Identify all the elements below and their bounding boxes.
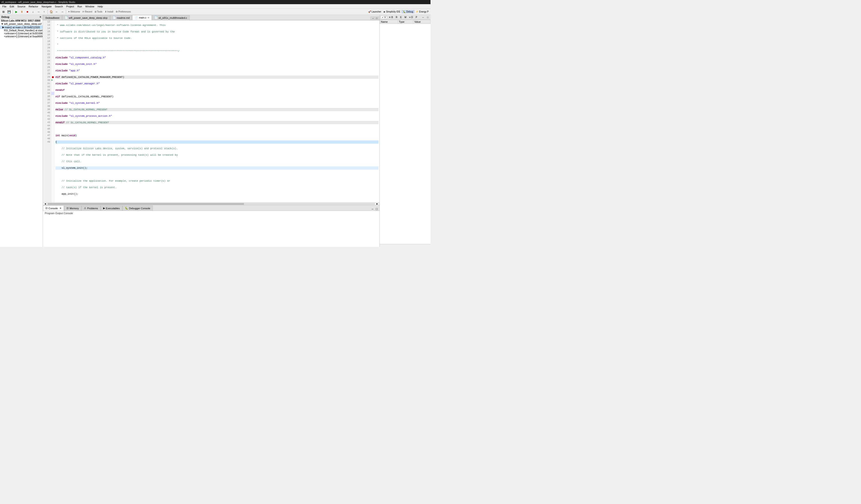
menu-window[interactable]: Window: [84, 5, 96, 8]
tab-memory[interactable]: ⊡ Memory: [64, 206, 81, 211]
toolbar-new-btn[interactable]: ⊞: [1, 9, 6, 14]
toolbar-stop-btn[interactable]: ■: [25, 9, 30, 14]
code-text[interactable]: * www.silabs.com/about-us/legal/master-s…: [54, 20, 380, 202]
bottom-minimize[interactable]: –: [371, 207, 374, 211]
debug-tree-unknown1[interactable]: <unknown>() [Unknown] at 0x301698: [0, 32, 43, 35]
h-scrollbar[interactable]: ◀ ▶: [43, 202, 380, 205]
tab-executables[interactable]: ▶ Executables: [100, 206, 122, 211]
editor-maximize-btn[interactable]: □: [375, 16, 379, 20]
toolbar-suspend-btn[interactable]: ⏸: [19, 9, 24, 14]
left-panel: Debug ✕ Silicon Labs ARM MCU: SI917-SB00…: [0, 15, 43, 247]
toolbar-back-btn[interactable]: ←: [54, 9, 59, 14]
tab-readme-icon: 📄: [113, 16, 116, 19]
editor-area: 0xdeadbeee 📄 wifi_power_save_deep_sleep.…: [43, 15, 380, 205]
console-content: Program Output Console: [43, 211, 380, 247]
menu-navigate[interactable]: Navigate: [40, 5, 53, 8]
tab-0xdeadbeee[interactable]: 0xdeadbeee: [43, 15, 62, 20]
menu-file[interactable]: File: [1, 5, 8, 8]
right-tab-e[interactable]: E: [399, 16, 403, 19]
toolbar-resume-btn[interactable]: ▶: [14, 9, 19, 14]
toolbar-step-into-btn[interactable]: ↓: [30, 9, 36, 14]
editor-controls: – □: [370, 16, 380, 20]
toolbar: ⊞ 💾 ▶ ⏸ ■ ↓ → ↑ 🏠 ← → ✦ Welcome ⟳ Recent…: [0, 9, 430, 15]
menu-refactor[interactable]: Refactor: [27, 5, 40, 8]
executables-label: Executables: [106, 207, 120, 210]
tab-0xdeadbeee-label: 0xdeadbeee: [45, 16, 59, 19]
tree-indent-0: ▼: [1, 23, 3, 25]
tab-main-c[interactable]: 📄 main.c ✕: [132, 15, 152, 20]
title-bar: v5_workspace - wifi_power_save_deep_slee…: [0, 0, 430, 4]
menu-run[interactable]: Run: [76, 5, 83, 8]
variables-table: Name Type Value: [380, 20, 430, 24]
right-h-scrollbar[interactable]: [380, 244, 430, 247]
debugger-icon: 🐛: [125, 207, 128, 210]
editor-minimize-btn[interactable]: –: [371, 16, 375, 20]
toolbar-welcome[interactable]: ✦ Welcome: [67, 11, 81, 13]
right-panel-maximize[interactable]: □: [426, 15, 429, 19]
menu-edit[interactable]: Edit: [8, 5, 15, 8]
right-panel: ✓ V ✕ B R E M ≡ D P – □ Name Type Value: [380, 15, 430, 247]
title-text: v5_workspace - wifi_power_save_deep_slee…: [1, 1, 76, 3]
unknown1-label: <unknown>() [Unknown] at 0x301698: [4, 32, 42, 35]
tab-readme[interactable]: 📄 readme.md: [110, 15, 132, 20]
toolbar-save-btn[interactable]: 💾: [6, 9, 12, 14]
right-tab-r[interactable]: R: [395, 16, 398, 19]
debug-tree-unknown2[interactable]: <unknown>() [Unknown] at 0xaa96698a: [0, 35, 43, 38]
code-area[interactable]: 1213141516 1718192021 2223242526 2728293…: [43, 20, 380, 202]
tab-readme-label: readme.md: [117, 16, 130, 19]
right-panel-header: ✓ V ✕ B R E M ≡ D P – □: [380, 15, 430, 20]
tab-problems[interactable]: ⚠ Problems: [81, 206, 100, 211]
tab-sli[interactable]: 📄 sli_si91x_multithreaded.c: [152, 15, 190, 20]
persp-energy[interactable]: ⚡ Energy P: [415, 11, 429, 13]
persp-debug[interactable]: 🐛 Debug: [402, 10, 414, 13]
scroll-right-btn[interactable]: ▶: [375, 202, 380, 205]
breakpoint-gutter: ➤: [51, 20, 54, 202]
debug-tree-axf[interactable]: ▼ wifi_power_save_deep_sleep.axf: [0, 22, 43, 26]
toolbar-preferences[interactable]: ⚙ Preferences: [115, 11, 132, 13]
bottom-maximize[interactable]: □: [375, 207, 379, 211]
editor-content: 1213141516 1718192021 2223242526 2728293…: [43, 20, 380, 205]
right-tab-v[interactable]: ✓ V: [381, 15, 387, 19]
scroll-track[interactable]: [47, 203, 375, 205]
editor-tabs: 0xdeadbeee 📄 wifi_power_save_deep_sleep.…: [43, 15, 380, 20]
mcu-label: Silicon Labs ARM MCU: SI917-SB00: [1, 19, 40, 22]
bottom-panel: ⊡ Console ✕ ⊡ Memory ⚠ Problems ▶ Execut…: [43, 205, 380, 247]
debug-tree-reset[interactable]: RSI_Default_Reset_Handler() at startup_R…: [0, 29, 43, 32]
toolbar-step-over-btn[interactable]: →: [36, 9, 41, 14]
col-value: Value: [413, 20, 430, 24]
right-panel-minimize[interactable]: –: [421, 15, 425, 19]
main-layout: Debug ✕ Silicon Labs ARM MCU: SI917-SB00…: [0, 15, 430, 247]
scroll-left-btn[interactable]: ◀: [43, 202, 47, 205]
right-tab-m[interactable]: M: [404, 16, 407, 19]
toolbar-forward-btn[interactable]: →: [60, 9, 65, 14]
right-tab-d[interactable]: ≡ D: [408, 16, 414, 19]
toolbar-recent[interactable]: ⟳ Recent: [81, 11, 93, 13]
toolbar-install[interactable]: ⬇ Install: [104, 11, 114, 13]
menu-help[interactable]: Help: [96, 5, 104, 8]
toolbar-home-btn[interactable]: 🏠: [49, 9, 54, 14]
tab-console[interactable]: ⊡ Console ✕: [43, 206, 64, 211]
right-tab-b[interactable]: ✕ B: [388, 16, 394, 19]
reset-frame-label: RSI_Default_Reset_Handler() at startup_R…: [4, 29, 43, 32]
right-tab-p[interactable]: P: [415, 16, 418, 19]
tab-sli-icon: 📄: [154, 16, 158, 19]
console-close[interactable]: ✕: [59, 207, 62, 209]
unknown2-label: <unknown>() [Unknown] at 0xaa96698a: [4, 35, 43, 38]
menu-project[interactable]: Project: [65, 5, 76, 8]
debug-tree-main[interactable]: ▶ main() at main.c:30 0x8212320: [0, 26, 43, 29]
debug-panel-close[interactable]: ✕: [39, 16, 41, 18]
tab-main-close[interactable]: ✕: [148, 16, 149, 19]
program-output-label: Program Output Console: [45, 212, 73, 214]
menu-search[interactable]: Search: [54, 5, 65, 8]
scroll-thumb[interactable]: [47, 203, 244, 205]
line-numbers: 1213141516 1718192021 2223242526 2728293…: [43, 20, 51, 202]
tab-slcp[interactable]: 📄 wifi_power_save_deep_sleep.slcp: [62, 15, 110, 20]
menu-source[interactable]: Source: [16, 5, 27, 8]
toolbar-step-return-btn[interactable]: ↑: [41, 9, 46, 14]
persp-simplicity[interactable]: ◈ Simplicity IDE: [383, 11, 401, 13]
tab-main-label: main.c: [139, 16, 146, 19]
toolbar-tools[interactable]: ⊞ Tools: [94, 11, 104, 13]
tab-filler: [190, 20, 370, 20]
tab-debugger-console[interactable]: 🐛 Debugger Console: [122, 206, 153, 211]
persp-launcher[interactable]: 🚀 Launcher: [367, 11, 382, 13]
